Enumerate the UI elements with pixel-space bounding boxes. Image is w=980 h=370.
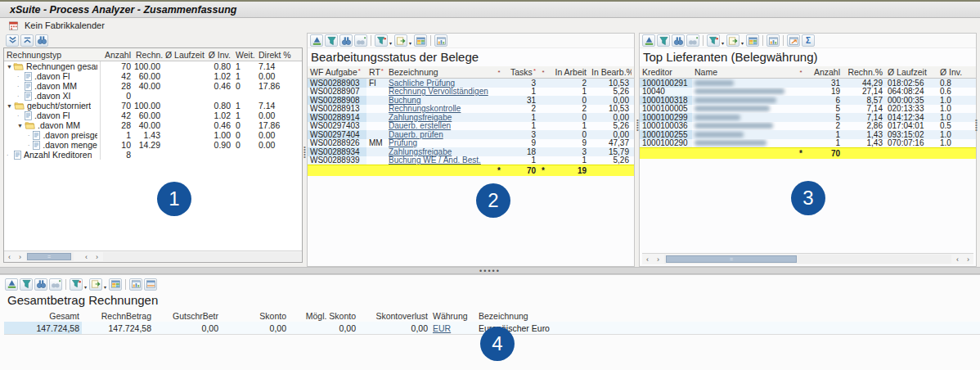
table-row[interactable]: 100010029957,14014:12:341.0 [640,113,976,122]
tree-row[interactable]: ·Anzahl Kreditoren8 [4,150,302,160]
find-icon[interactable] [672,34,685,47]
column-header[interactable]: RT* [366,67,386,77]
tree-row[interactable]: ·.davon FI4260.001.0210.00 [4,71,302,81]
column-header[interactable]: Ø Inv. [205,50,233,60]
pivot-icon[interactable] [787,34,800,47]
cell-link[interactable]: Rechnungskontrolle [386,105,494,114]
cell-link[interactable]: Rechnung Vervollständigen [386,88,494,97]
column-header[interactable]: Gesamt [4,311,82,321]
column-header[interactable]: Bezeichnung [476,311,934,321]
table-row[interactable]: WS00288914Zahlungsfreigabe100,00 [308,113,634,122]
filter-menu-icon[interactable] [70,278,83,291]
expand-collapse-icon[interactable]: ▼ [17,123,25,129]
column-header[interactable]: Tasks* [504,67,538,77]
tree-row[interactable]: ▼Rechnungen gesamt70100.000.8017.14 [4,61,302,71]
column-header[interactable]: Anzahl [807,67,843,77]
tree-node[interactable]: ▼gebucht/storniert [4,101,101,111]
scroll-thumb[interactable]: = [666,255,797,263]
tree-row[interactable]: ·.davon mengengesp1014.290.9000.00 [4,140,302,150]
find-next-icon[interactable] [49,278,62,291]
tree-node[interactable]: ·.davon preisgesperr [4,130,101,140]
column-header[interactable]: Währung [430,311,476,321]
column-header[interactable]: WF Aufgabe* [308,67,366,77]
scroll-left-icon[interactable]: ‹ [952,255,963,264]
table-row[interactable]: 100010025511,43093:15:021.0 [640,130,976,139]
column-header[interactable]: Ø Laufzeit [163,50,205,60]
column-header[interactable]: In Arbeit [548,67,589,77]
tree-node[interactable]: ·Anzahl Kreditoren [4,150,101,160]
table-row[interactable]: 10001002913144,29018:02:560.8 [640,79,976,88]
column-header[interactable]: Name [692,67,795,77]
scroll-right-icon[interactable]: › [92,252,102,262]
tree-node[interactable]: ·.davon mengengesp [4,140,101,150]
table-row[interactable]: 100010000557,14020:13:331.0 [640,105,976,114]
column-header[interactable]: Weit. [233,50,256,60]
table-row[interactable]: 100010029011,43070:07:161.0 [640,139,976,148]
table-row[interactable]: WS00297403Dauerb. erstellen115,26 [308,122,634,131]
scroll-right-icon[interactable]: › [653,255,663,264]
column-header[interactable]: Anzahl [101,50,133,60]
table-row[interactable]: WS00288907Rechnung Vervollständigen115,2… [308,88,634,97]
scroll-right-icon[interactable]: › [15,252,25,262]
find-icon[interactable] [35,34,48,47]
chart-icon[interactable] [129,278,142,291]
table-row[interactable]: WS00288903FISachliche Prüfung3210,53 [308,79,634,88]
cell-link[interactable]: Buchung WE / Änd. Best. [386,156,494,165]
sort-asc-icon[interactable] [642,34,655,47]
expand-collapse-icon[interactable]: ▼ [7,103,14,109]
cell-link[interactable]: Dauerb. prüfen [386,130,494,139]
column-header[interactable]: Rechn... [133,50,163,60]
cell-link[interactable]: Zahlungsfreigabe [386,113,494,122]
funnel-icon[interactable] [657,34,670,47]
table-row[interactable]: WS00297404Dauerb. prüfen300,00 [308,130,634,139]
sum-indicator[interactable]: * [795,69,807,76]
cell-link[interactable]: Buchung [386,96,494,105]
panel-splitter-handle[interactable]: ••••• [975,119,978,131]
column-header[interactable]: Rechnungstyp [4,50,101,60]
tree-row[interactable]: ·.davon MM2840.000.46017.86 [4,81,302,91]
scroll-track[interactable]: = [664,255,951,264]
panel-splitter-handle[interactable]: ••••• [303,146,306,158]
grid-icon[interactable] [414,34,427,47]
table-row[interactable]: 100010031868,57000:00:351.0 [640,96,976,105]
table-row[interactable]: WS00288908Buchung3100,00 [308,96,634,105]
sort-asc-icon[interactable] [5,278,18,291]
sum-icon[interactable]: Σ [802,34,815,47]
chart-icon[interactable] [434,34,447,47]
sum-indicator[interactable]: * [494,69,504,76]
horizontal-splitter[interactable]: ••••• [0,267,980,274]
scroll-left-icon[interactable]: ‹ [81,252,92,262]
find-next-icon[interactable] [354,34,367,47]
table-row[interactable]: 100401927,14064:08:240.6 [640,88,976,97]
grid-icon[interactable] [746,34,759,47]
scroll-thumb[interactable]: = [27,253,71,260]
dropdown-arrow-icon[interactable]: ▾ [104,284,106,290]
table-row[interactable]: WS00288926MMPrüfung9947,37 [308,139,634,148]
cell-link[interactable]: EUR [430,322,476,334]
dropdown-arrow-icon[interactable]: ▾ [409,40,411,46]
tree-row[interactable]: ·.davon FI4260.001.0210.00 [4,111,302,120]
find-next-icon[interactable] [686,34,699,47]
funnel-icon[interactable] [20,278,33,291]
column-header[interactable]: GutschrBetr [154,311,221,321]
dropdown-arrow-icon[interactable]: ▾ [741,40,744,46]
scroll-track[interactable] [103,252,301,261]
tree-node[interactable]: ▼Rechnungen gesamt [4,61,101,71]
tree-node[interactable]: ·.davon FI [4,71,101,81]
tree-node[interactable]: ·.davon XI [4,91,101,101]
tree-row[interactable]: ▼.davon MM2840.000.46017.86 [4,120,302,130]
chart-icon[interactable] [766,34,780,47]
column-header[interactable]: Skonto [221,311,289,321]
dropdown-arrow-icon[interactable]: ▾ [84,284,87,290]
table-row[interactable]: WS00288939Buchung WE / Änd. Best.115,26 [308,156,634,165]
cell-link[interactable]: Sachliche Prüfung [386,79,494,88]
column-header[interactable]: Rechn.% [843,67,885,77]
export-menu-icon[interactable] [394,34,407,47]
panel-splitter-handle[interactable]: ••••• [636,119,639,131]
table-row[interactable]: WS00288913Rechnungskontrolle2210,53 [308,105,634,114]
column-header[interactable]: Kreditor [640,67,692,77]
column-header[interactable]: Direkt % [256,50,294,60]
cell-link[interactable]: Prüfung [386,139,494,148]
scroll-left-icon[interactable]: ‹ [4,252,15,262]
sum-indicator[interactable]: * [538,69,548,76]
